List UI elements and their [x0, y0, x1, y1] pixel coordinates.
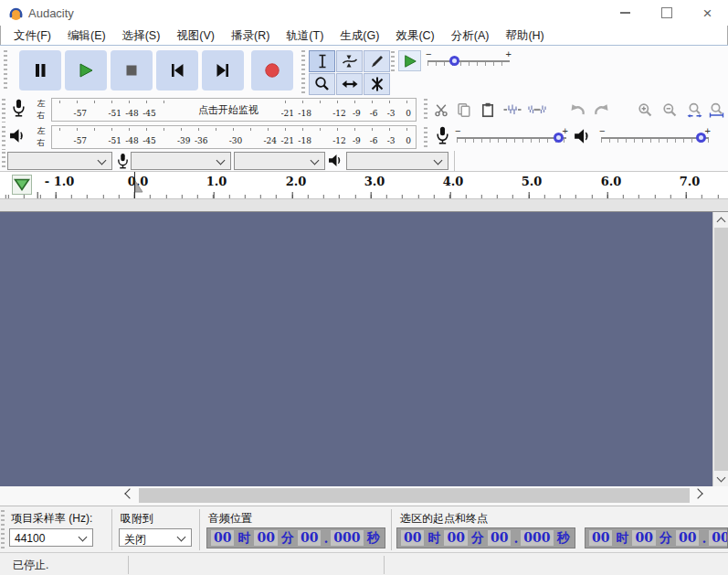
menu-item-edit[interactable]: 编辑(E) — [59, 27, 114, 45]
play-button[interactable] — [65, 50, 107, 91]
track-canvas[interactable] — [0, 212, 728, 486]
recording-volume-slider[interactable]: − + — [455, 128, 568, 146]
redo-button[interactable] — [590, 98, 612, 122]
menu-item-help[interactable]: 帮助(H) — [497, 27, 552, 45]
zoom-to-selection-button[interactable] — [683, 98, 705, 122]
timeshift-tool-button[interactable] — [336, 73, 363, 95]
audio-host-select[interactable] — [7, 152, 112, 170]
recording-meter-grip[interactable] — [2, 99, 5, 122]
playback-speed-slider[interactable]: − + — [426, 51, 512, 69]
horizontal-scrollbar[interactable] — [0, 486, 728, 506]
project-rate-select[interactable]: 44100 — [9, 528, 93, 547]
time-digit-cell[interactable]: 00 — [254, 530, 277, 546]
meter-tick: -12 — [332, 136, 346, 145]
zoom-tool-button[interactable] — [309, 73, 335, 95]
maximize-button[interactable] — [646, 0, 687, 26]
time-digit-cell[interactable]: 00 — [676, 530, 699, 546]
speed-slider-thumb[interactable] — [449, 56, 459, 66]
scroll-down-button[interactable] — [713, 471, 728, 486]
playback-meter-grip[interactable] — [2, 126, 5, 150]
zoom-out-button[interactable] — [659, 98, 681, 122]
play-at-speed-button[interactable] — [398, 50, 421, 71]
time-digit-cell[interactable]: 000 — [521, 530, 553, 546]
tools-toolbar-grip[interactable] — [301, 50, 305, 95]
pause-button[interactable] — [19, 50, 61, 91]
play-at-speed-icon — [403, 54, 417, 69]
selection-tool-button[interactable] — [309, 50, 335, 72]
selection-end-field[interactable]: 00 时 00 分 00 . 000 秒 — [585, 527, 728, 548]
snap-to-select[interactable]: 关闭 — [119, 528, 192, 547]
draw-tool-button[interactable] — [364, 50, 390, 72]
playback-meter[interactable]: -57 -51 -48 -45 -39 -36 -30 -24 -21 -18 … — [51, 125, 417, 149]
audio-position-field[interactable]: 00 时 00 分 00 . 000 秒 ▾ — [206, 527, 385, 548]
ruler-label: 5.0 — [522, 175, 543, 188]
time-digit-cell[interactable]: 00 — [211, 530, 234, 546]
recording-channels-select[interactable] — [234, 152, 325, 170]
menu-item-transport[interactable]: 播录(R) — [223, 27, 278, 45]
recording-device-select[interactable] — [131, 152, 231, 170]
paste-button[interactable] — [477, 98, 499, 122]
menu-item-analyze[interactable]: 分析(A) — [443, 27, 498, 45]
recording-meter[interactable]: -57 -51 -48 -45 -39 -36 -30 -24 -21 -18 … — [51, 98, 417, 122]
playback-volume-slider[interactable]: − + — [599, 128, 711, 146]
menu-item-view[interactable]: 视图(V) — [168, 27, 223, 45]
playback-volume-thumb[interactable] — [696, 133, 706, 143]
envelope-tool-button[interactable] — [336, 50, 363, 72]
time-digit-cell[interactable]: 00 — [632, 530, 655, 546]
trim-outside-selection-button[interactable] — [501, 98, 523, 122]
selection-toolbar-grip[interactable] — [1, 510, 5, 550]
mixer-mic-icon — [436, 126, 449, 148]
vertical-scroll-thumb[interactable] — [714, 228, 728, 471]
ruler-label: 3.0 — [364, 175, 385, 188]
skip-to-end-button[interactable] — [202, 50, 244, 91]
monitor-overlay-text[interactable]: 点击开始监视 — [175, 100, 280, 120]
scroll-right-button[interactable] — [692, 488, 702, 498]
time-digit-cell[interactable]: 00 — [488, 530, 511, 546]
vertical-scrollbar[interactable] — [712, 212, 728, 486]
time-format-dropdown[interactable]: ▾ — [575, 528, 575, 548]
cursor-flag-icon — [135, 180, 143, 197]
time-digit-cell[interactable]: 00 — [444, 530, 467, 546]
record-button[interactable] — [251, 50, 293, 91]
time-digit-cell[interactable]: 00 — [298, 530, 321, 546]
menu-item-file[interactable]: 文件(F) — [5, 27, 59, 45]
slider-ticks — [457, 139, 566, 143]
selection-start-field[interactable]: 00 时 00 分 00 . 000 秒 ▾ — [396, 527, 575, 548]
minimize-button[interactable] — [605, 0, 646, 26]
cut-button[interactable] — [430, 98, 452, 122]
scroll-up-button[interactable] — [713, 212, 728, 228]
time-digit-cell[interactable]: 000 — [331, 530, 363, 546]
time-format-dropdown[interactable]: ▾ — [385, 528, 385, 548]
multi-tool-button[interactable] — [364, 73, 390, 95]
playback-device-select[interactable] — [346, 152, 448, 170]
slider-plus-label: + — [705, 125, 711, 136]
skip-to-start-button[interactable] — [156, 50, 198, 91]
mixer-toolbar-grip[interactable] — [424, 127, 427, 149]
device-toolbar-grip[interactable] — [2, 152, 5, 170]
timeline-options-button[interactable] — [12, 175, 32, 195]
close-button[interactable]: × — [687, 0, 728, 26]
recording-volume-thumb[interactable] — [554, 133, 564, 143]
zoom-fit-project-button[interactable] — [705, 98, 727, 122]
edit-toolbar-grip[interactable] — [424, 99, 427, 122]
menu-item-select[interactable]: 选择(S) — [114, 27, 169, 45]
menu-item-effect[interactable]: 效果(C) — [387, 27, 442, 45]
record-meter-mic-icon[interactable] — [12, 99, 26, 121]
zoom-in-button[interactable] — [634, 98, 656, 122]
scroll-left-button[interactable] — [124, 488, 134, 498]
stop-button[interactable] — [111, 50, 153, 91]
time-digit-cell[interactable]: 00 — [401, 530, 424, 546]
timeline-ruler[interactable]: - 1.0 0.0 1.0 2.0 3.0 4.0 5.0 6.0 7.0 — [0, 172, 728, 198]
copy-button[interactable] — [453, 98, 475, 122]
play-at-speed-toolbar-grip[interactable] — [391, 51, 395, 71]
horizontal-scroll-thumb[interactable] — [139, 488, 690, 503]
playback-meter-speaker-icon[interactable] — [9, 128, 27, 147]
menu-item-generate[interactable]: 生成(G) — [332, 27, 387, 45]
silence-selection-button[interactable] — [526, 98, 548, 122]
transport-toolbar-grip[interactable] — [4, 50, 7, 91]
menu-item-tracks[interactable]: 轨道(T) — [278, 27, 332, 45]
undo-button[interactable] — [566, 98, 588, 122]
time-digit-cell[interactable]: 00 — [589, 530, 612, 546]
meter-tick: -18 — [298, 109, 311, 118]
time-digit-cell[interactable]: 000 — [709, 530, 728, 546]
